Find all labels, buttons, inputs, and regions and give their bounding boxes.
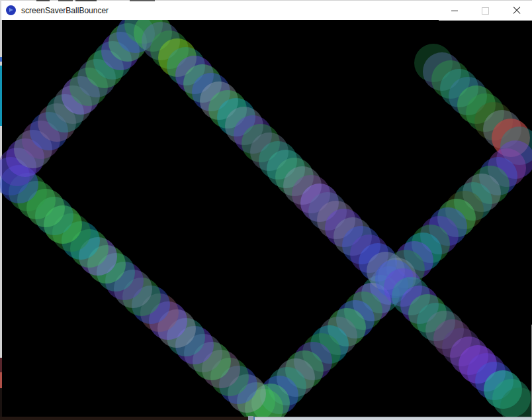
maximize-icon — [482, 7, 489, 15]
maximize-button[interactable] — [470, 1, 501, 21]
app-icon[interactable] — [6, 5, 16, 15]
window-controls — [439, 1, 532, 21]
app-window: screenSaverBallBouncer — [0, 0, 532, 420]
sliver-rect — [255, 417, 532, 417]
window-title: screenSaverBallBouncer — [21, 6, 109, 15]
sliver-rect — [253, 417, 255, 420]
ball-trails — [0, 20, 532, 417]
close-button[interactable] — [501, 1, 532, 21]
sliver-rect — [0, 417, 249, 420]
minimize-button[interactable] — [439, 1, 470, 21]
close-icon — [513, 7, 521, 15]
titlebar[interactable]: screenSaverBallBouncer — [0, 0, 532, 20]
minimize-icon — [451, 11, 458, 11]
sliver-rect — [255, 417, 532, 420]
screensaver-canvas — [0, 20, 532, 417]
